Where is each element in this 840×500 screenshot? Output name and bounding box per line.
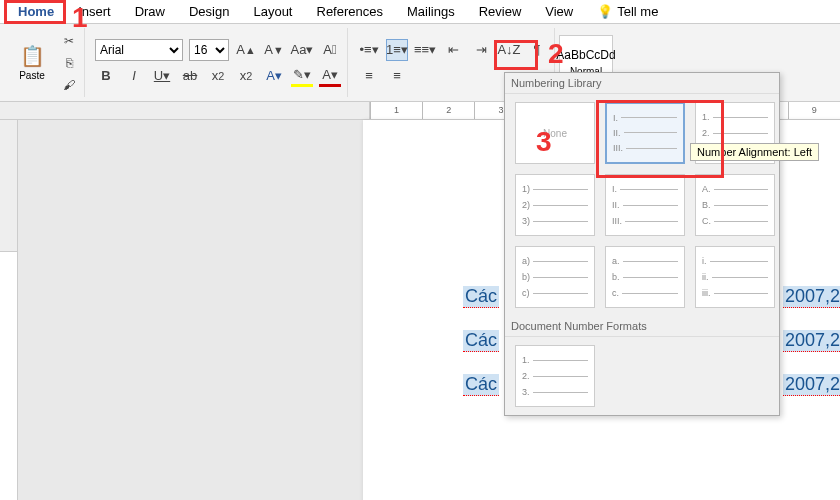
- clear-format-button[interactable]: A⃠: [319, 39, 341, 61]
- numbering-button[interactable]: 1≡▾: [386, 39, 408, 61]
- paste-button[interactable]: 📋 Paste: [10, 44, 54, 81]
- tab-layout[interactable]: Layout: [241, 0, 304, 23]
- italic-button[interactable]: I: [123, 65, 145, 87]
- align-center-button[interactable]: ≡: [386, 65, 408, 87]
- underline-button[interactable]: U▾: [151, 65, 173, 87]
- clipboard-group: 📋 Paste ✂ ⎘ 🖌: [4, 28, 85, 97]
- clipboard-icon: 📋: [20, 44, 45, 68]
- callout-3: 3: [536, 126, 552, 158]
- numbering-tile[interactable]: I.II.III.: [605, 102, 685, 164]
- sort-button[interactable]: A↓Z: [498, 39, 520, 61]
- copy-button[interactable]: ⎘: [60, 54, 78, 72]
- text-effects-button[interactable]: A▾: [263, 65, 285, 87]
- font-size-select[interactable]: 16: [189, 39, 229, 61]
- numbering-tile[interactable]: 1.2.3.: [515, 345, 595, 407]
- strikethrough-button[interactable]: ab: [179, 65, 201, 87]
- numbering-tile[interactable]: I.II.III.: [605, 174, 685, 236]
- sort-icon: A↓Z: [497, 42, 520, 57]
- multilevel-button[interactable]: ≡≡▾: [414, 39, 436, 61]
- scissors-icon: ✂: [64, 34, 74, 48]
- numbering-icon: 1≡▾: [386, 42, 408, 57]
- numbering-tile[interactable]: a.b.c.: [605, 246, 685, 308]
- callout-1: 1: [72, 2, 88, 34]
- change-case-button[interactable]: Aa▾: [291, 39, 313, 61]
- paste-label: Paste: [19, 70, 45, 81]
- grow-font-button[interactable]: A▲: [235, 39, 257, 61]
- font-name-select[interactable]: Arial: [95, 39, 183, 61]
- numbering-tile[interactable]: A.B.C.: [695, 174, 775, 236]
- doc-line-3: Các: [463, 374, 499, 396]
- decrease-indent-button[interactable]: ⇤: [442, 39, 464, 61]
- highlight-button[interactable]: ✎▾: [291, 65, 313, 87]
- cut-button[interactable]: ✂: [60, 32, 78, 50]
- increase-indent-button[interactable]: ⇥: [470, 39, 492, 61]
- library-header: Numbering Library: [505, 73, 779, 94]
- numbering-popup: Numbering Library NoneI.II.III.1.2.3.1)2…: [504, 72, 780, 416]
- bullets-button[interactable]: •≡▾: [358, 39, 380, 61]
- subscript-button[interactable]: x2: [207, 65, 229, 87]
- tab-references[interactable]: References: [305, 0, 395, 23]
- pilcrow-icon: ¶: [534, 42, 541, 57]
- align-left-button[interactable]: ≡: [358, 65, 380, 87]
- doc-right-3: 2007,2: [783, 374, 840, 396]
- doc-right-1: 2007,2: [783, 286, 840, 308]
- font-color-button[interactable]: A▾: [319, 65, 341, 87]
- bold-button[interactable]: B: [95, 65, 117, 87]
- bullets-icon: •≡▾: [359, 42, 378, 57]
- numbering-tile[interactable]: None: [515, 102, 595, 164]
- doc-right-2: 2007,2: [783, 330, 840, 352]
- doc-formats-header: Document Number Formats: [505, 316, 779, 337]
- brush-icon: 🖌: [63, 78, 75, 92]
- vertical-ruler[interactable]: [0, 120, 18, 500]
- doc-line-1: Các: [463, 286, 499, 308]
- tab-review[interactable]: Review: [467, 0, 534, 23]
- tab-design[interactable]: Design: [177, 0, 241, 23]
- doc-line-2: Các: [463, 330, 499, 352]
- tab-draw[interactable]: Draw: [123, 0, 177, 23]
- tellme-label: Tell me: [617, 4, 658, 19]
- doc-formats-grid: 1.2.3.: [505, 337, 779, 415]
- outdent-icon: ⇤: [448, 42, 459, 57]
- numbering-tile[interactable]: i.ii.iii.: [695, 246, 775, 308]
- eraser-icon: A⃠: [323, 42, 336, 57]
- show-marks-button[interactable]: ¶: [526, 39, 548, 61]
- format-painter-button[interactable]: 🖌: [60, 76, 78, 94]
- tooltip: Number Alignment: Left: [690, 143, 819, 161]
- tab-view[interactable]: View: [533, 0, 585, 23]
- superscript-button[interactable]: x2: [235, 65, 257, 87]
- lightbulb-icon: 💡: [597, 4, 613, 19]
- numbering-tile[interactable]: a)b)c): [515, 246, 595, 308]
- multilevel-icon: ≡≡▾: [414, 42, 436, 57]
- indent-icon: ⇥: [476, 42, 487, 57]
- align-left-icon: ≡: [365, 68, 373, 83]
- copy-icon: ⎘: [66, 56, 73, 70]
- menu-bar: Home Insert Draw Design Layout Reference…: [0, 0, 840, 24]
- tab-mailings[interactable]: Mailings: [395, 0, 467, 23]
- style-sample: AaBbCcDd: [556, 48, 615, 62]
- tellme[interactable]: 💡 Tell me: [585, 0, 670, 23]
- shrink-font-button[interactable]: A▼: [263, 39, 285, 61]
- tab-home[interactable]: Home: [6, 0, 66, 23]
- font-group: Arial 16 A▲ A▼ Aa▾ A⃠ B I U▾ ab x2 x2 A▾…: [89, 28, 348, 97]
- align-center-icon: ≡: [393, 68, 401, 83]
- numbering-tile[interactable]: 1)2)3): [515, 174, 595, 236]
- callout-2: 2: [548, 38, 564, 70]
